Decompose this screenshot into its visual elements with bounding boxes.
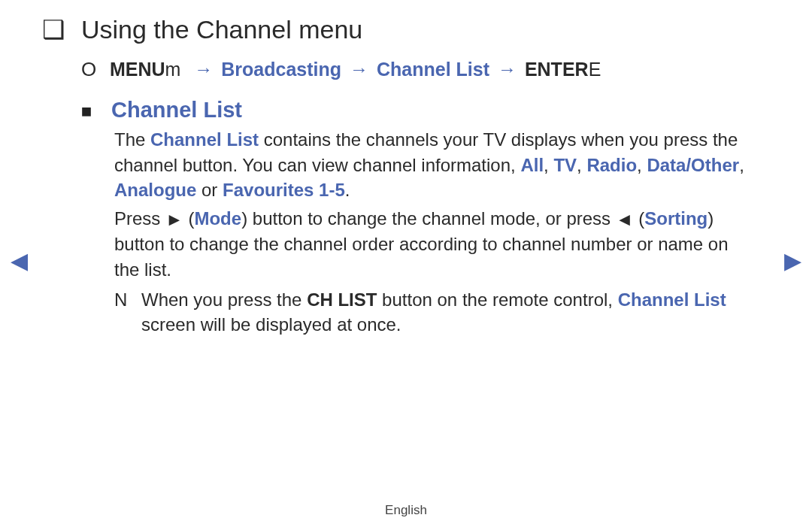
arrow-right-icon: → (495, 59, 520, 80)
enter-button-label: ENTER (525, 59, 589, 80)
text: , (739, 155, 744, 175)
term-data-other: Data/Other (647, 155, 739, 175)
term-channel-list: Channel List (618, 289, 726, 310)
triangle-right-icon: ► (165, 207, 183, 232)
paragraph-1: The Channel List contains the channels y… (114, 127, 749, 203)
circle-icon: O (78, 58, 99, 81)
section-header: ■ Channel List (78, 98, 767, 123)
term-radio: Radio (586, 155, 637, 175)
text: , (577, 155, 586, 175)
triangle-left-icon: ◄ (616, 207, 634, 232)
language-label: English (0, 503, 812, 518)
section-title: Channel List (111, 98, 242, 123)
page-title: Using the Channel menu (81, 15, 362, 44)
text: ) button to change the channel mode, or … (241, 208, 616, 229)
note-text: When you press the CH LIST button on the… (141, 287, 749, 338)
arrow-right-icon: → (191, 59, 216, 80)
term-sorting: Sorting (644, 208, 707, 229)
breadcrumb-text: MENUm → Broadcasting → Channel List → EN… (110, 59, 601, 80)
menu-suffix: m (165, 59, 181, 80)
text: button on the remote control, (377, 289, 617, 310)
page-content: ❑ Using the Channel menu O MENUm → Broad… (0, 0, 812, 338)
text: When you press the (141, 289, 307, 310)
body-paragraphs: The Channel List contains the channels y… (114, 127, 749, 283)
paragraph-2: Press ► (Mode) button to change the chan… (114, 206, 749, 283)
menu-button-label: MENU (110, 59, 165, 80)
term-analogue: Analogue (114, 180, 196, 200)
text: ( (183, 208, 195, 229)
arrow-right-icon: → (347, 59, 371, 80)
note: N When you press the CH LIST button on t… (114, 287, 749, 338)
term-all: All (520, 155, 544, 175)
text: screen will be displayed at once. (141, 314, 401, 335)
text: The (114, 129, 150, 150)
enter-suffix: E (589, 59, 601, 80)
text: , (544, 155, 553, 175)
term-channel-list: Channel List (150, 129, 259, 150)
text: ( (634, 208, 645, 229)
term-mode: Mode (194, 208, 241, 229)
page-title-row: ❑ Using the Channel menu (42, 15, 767, 44)
breadcrumb-broadcasting: Broadcasting (221, 59, 341, 80)
text: . (345, 180, 350, 200)
prev-page-button[interactable]: ◀ (11, 250, 28, 272)
box-icon: ❑ (42, 17, 65, 42)
text: , (637, 155, 647, 175)
breadcrumb-channel-list: Channel List (377, 59, 489, 80)
term-favourites: Favourites 1-5 (223, 180, 345, 200)
next-page-button[interactable]: ▶ (784, 250, 801, 272)
text: or (196, 180, 223, 200)
text: Press (114, 208, 165, 229)
breadcrumb: O MENUm → Broadcasting → Channel List → … (78, 58, 767, 81)
note-icon: N (114, 287, 128, 313)
term-tv: TV (553, 155, 577, 175)
term-ch-list: CH LIST (307, 289, 377, 310)
square-icon: ■ (78, 101, 95, 122)
